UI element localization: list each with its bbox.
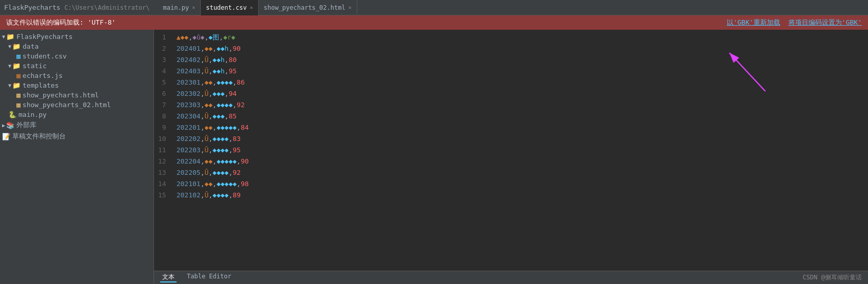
code-content[interactable]: ▲◆◆,◆û◆,◆图,◆r◆202401,◆◆,◆◆h,90202402,Û,◆… [172,30,868,271]
sidebar-item-label: show_pyecharts.html [23,91,99,99]
bottom-right-label: CSDN @侧耳倾听童话 [803,273,862,282]
folder-icon: 📁 [6,33,14,40]
sidebar-item-flaskpyecharts[interactable]: ▼ 📁 FlaskPyecharts [0,32,153,42]
expand-arrow-icon: ▼ [2,34,5,39]
warning-message: 该文件以错误的编码加载: 'UTF-8' [6,18,115,27]
sidebar-item-label: echarts.js [23,72,63,79]
code-area[interactable]: 123456789101112131415 ▲◆◆,◆û◆,◆图,◆r◆2024… [154,30,868,271]
lib-icon: 📚 [6,121,14,129]
sidebar: ▼ 📁 FlaskPyecharts ▼ 📁 data ▦ student.cs… [0,30,154,284]
tab-student-csv[interactable]: student.csv ✕ [201,0,259,15]
editor-pane: 123456789101112131415 ▲◆◆,◆û◆,◆图,◆r◆2024… [154,30,868,284]
tab-table-editor[interactable]: Table Editor [185,273,234,282]
tab-close-icon[interactable]: ✕ [250,5,253,10]
encoding-warning-bar: 该文件以错误的编码加载: 'UTF-8' 以'GBK'重新加载 将项目编码设置为… [0,15,868,30]
folder-icon: 📁 [12,43,21,50]
expand-arrow-icon: ▼ [8,44,11,49]
main-content: ▼ 📁 FlaskPyecharts ▼ 📁 data ▦ student.cs… [0,30,868,284]
html-file-icon: ▦ [16,101,21,109]
expand-arrow-icon: ▼ [8,83,11,88]
js-file-icon: ▦ [16,72,21,79]
sidebar-item-label: show_pyecharts_02.html [23,101,111,109]
sidebar-item-label: templates [23,82,59,89]
app-title: FlaskPyecharts C:\Users\Administrator\ [4,4,150,11]
sidebar-item-main-py[interactable]: 🐍 main.py [0,110,153,119]
tab-close-icon[interactable]: ✕ [349,5,352,10]
sidebar-item-label: student.csv [23,52,67,60]
sidebar-item-drafts[interactable]: 📝 草稿文件和控制台 [0,131,153,142]
tab-close-icon[interactable]: ✕ [192,5,195,10]
sidebar-item-label: main.py [18,111,47,118]
line-numbers: 123456789101112131415 [154,30,172,271]
set-encoding-link[interactable]: 将项目编码设置为'GBK' [788,18,862,27]
folder-icon: 📁 [12,62,21,70]
expand-arrow-icon: ▼ [8,63,11,69]
tab-main-py[interactable]: main.py ✕ [158,0,201,15]
sidebar-item-templates[interactable]: ▼ 📁 templates [0,80,153,90]
expand-arrow-icon: ▶ [2,123,5,128]
html-file-icon: ▦ [16,91,21,99]
sidebar-item-student-csv[interactable]: ▦ student.csv [0,51,153,61]
sidebar-item-label: 外部库 [16,120,36,130]
csv-file-icon: ▦ [16,52,21,60]
sidebar-item-label: data [23,43,38,50]
bottom-tabs: 文本 Table Editor [160,273,234,282]
sidebar-item-label: FlaskPyecharts [16,33,73,40]
sidebar-item-static[interactable]: ▼ 📁 static [0,61,153,71]
sidebar-item-show-pyecharts-html[interactable]: ▦ show_pyecharts.html [0,90,153,100]
sidebar-item-label: 草稿文件和控制台 [12,132,66,141]
sidebar-item-data[interactable]: ▼ 📁 data [0,42,153,51]
draft-icon: 📝 [2,133,10,140]
tab-show-pyecharts-02[interactable]: show_pyecharts_02.html ✕ [259,0,357,15]
sidebar-item-echarts-js[interactable]: ▦ echarts.js [0,71,153,80]
warning-actions: 以'GBK'重新加载 将项目编码设置为'GBK' [727,18,862,27]
sidebar-item-external-libs[interactable]: ▶ 📚 外部库 [0,119,153,131]
top-bar: FlaskPyecharts C:\Users\Administrator\ m… [0,0,868,15]
sidebar-item-show-pyecharts-02-html[interactable]: ▦ show_pyecharts_02.html [0,100,153,110]
bottom-bar: 文本 Table Editor CSDN @侧耳倾听童话 [154,271,868,284]
folder-icon: 📁 [12,82,21,89]
sidebar-item-label: static [23,62,47,70]
tab-text[interactable]: 文本 [160,273,177,282]
reload-gbk-link[interactable]: 以'GBK'重新加载 [727,18,780,27]
py-file-icon: 🐍 [8,111,16,118]
